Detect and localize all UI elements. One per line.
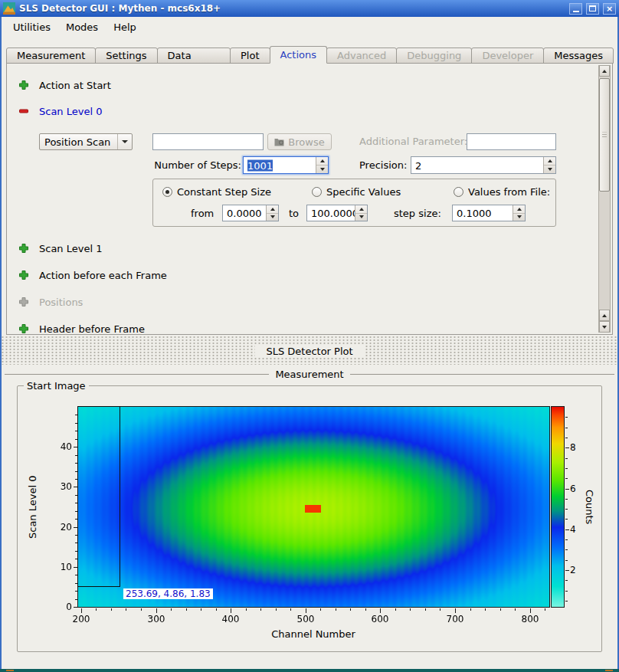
scan-level-0-label: Scan Level 0 — [39, 106, 102, 117]
plot-dock-title[interactable]: SLS Detector Plot — [0, 343, 619, 359]
scan-level-0-row[interactable]: Scan Level 0 — [18, 105, 102, 117]
scrollbar-up-button[interactable] — [599, 65, 610, 77]
spin-up-button[interactable] — [513, 205, 525, 213]
positions-label: Positions — [39, 297, 83, 308]
expand-plus-icon[interactable] — [18, 323, 30, 335]
spin-down-button[interactable] — [513, 213, 525, 221]
spin-up-button[interactable] — [267, 205, 278, 213]
maximize-icon — [589, 5, 596, 11]
x-minor-tick — [111, 608, 112, 611]
maximize-button[interactable] — [586, 3, 599, 15]
tab-messages[interactable]: Messages — [543, 48, 614, 64]
number-of-steps-spinbox[interactable]: 1001 — [243, 156, 329, 174]
radio-dot[interactable] — [312, 187, 322, 197]
colorbar-minor-tick — [565, 601, 568, 602]
step-size-spinbox[interactable]: 0.1000 — [452, 205, 526, 221]
spin-up-button[interactable] — [316, 157, 328, 165]
title-bar[interactable]: SLS Detector GUI : Mythen - mcs6x18+ × — [0, 0, 619, 17]
precision-spinbox[interactable]: 2 — [411, 156, 556, 174]
scrollbar-down-button[interactable] — [599, 321, 610, 333]
scan-mode-combobox[interactable]: Position Scan — [39, 133, 133, 150]
scrollbar-thumb[interactable] — [599, 78, 610, 192]
collapse-minus-icon[interactable] — [18, 105, 30, 117]
action-at-start-row[interactable]: Action at Start — [18, 79, 111, 91]
scan-level-1-row[interactable]: Scan Level 1 — [18, 242, 102, 254]
tab-measurement[interactable]: Measurement — [6, 48, 96, 64]
radio-dot-selected[interactable] — [162, 187, 172, 197]
menu-item-utilities[interactable]: Utilities — [6, 19, 57, 35]
x-minor-tick — [365, 608, 366, 611]
spin-up-button[interactable] — [355, 205, 367, 213]
expand-plus-icon[interactable] — [18, 79, 30, 91]
arrow-up-icon — [602, 314, 607, 317]
x-minor-tick — [485, 608, 486, 611]
x-minor-tick — [545, 608, 545, 611]
resize-grip[interactable] — [605, 670, 613, 671]
radio-constant-step-size[interactable]: Constant Step Size — [162, 186, 271, 198]
expand-plus-icon[interactable] — [18, 269, 30, 281]
x-tick-label: 600 — [361, 614, 399, 624]
x-major-tick — [380, 608, 381, 613]
spin-down-button[interactable] — [544, 165, 555, 173]
radio-specific-values[interactable]: Specific Values — [312, 186, 401, 198]
splitter-handle[interactable] — [0, 335, 619, 343]
spin-buttons — [355, 205, 367, 221]
colorbar-minor-tick — [565, 560, 568, 561]
scrollbar-up-button-bottom[interactable] — [599, 310, 610, 321]
action-before-each-frame-label: Action before each Frame — [39, 270, 167, 281]
window-frame-bottom[interactable] — [0, 669, 619, 672]
expand-plus-icon[interactable] — [18, 242, 30, 254]
from-label: from — [191, 208, 214, 219]
heatmap-plot-canvas[interactable] — [77, 406, 550, 608]
spin-buttons — [543, 157, 555, 173]
x-major-tick — [156, 608, 157, 613]
tab-actions[interactable]: Actions — [270, 46, 328, 64]
constant-step-size-label: Constant Step Size — [177, 186, 271, 198]
x-minor-tick — [260, 608, 261, 611]
additional-parameter-input[interactable] — [467, 133, 556, 150]
from-spinbox[interactable]: 0.0000 — [222, 205, 279, 221]
x-minor-tick — [171, 608, 172, 611]
radio-values-from-file[interactable]: Values from File: — [454, 186, 550, 198]
chevron-down-icon[interactable] — [117, 134, 132, 149]
colorbar-minor-tick — [565, 438, 568, 438]
vertical-scrollbar[interactable] — [598, 65, 611, 333]
x-minor-tick — [470, 608, 471, 611]
heatmap-image[interactable] — [78, 407, 549, 607]
spin-down-button[interactable] — [355, 213, 367, 221]
colorbar-minor-tick — [565, 591, 568, 592]
menu-item-modes[interactable]: Modes — [59, 19, 105, 35]
y-minor-tick — [75, 591, 77, 592]
x-minor-tick — [186, 608, 187, 611]
spin-down-button[interactable] — [316, 165, 328, 173]
x-tick-label: 500 — [287, 614, 325, 624]
number-of-steps-label: Number of Steps: — [122, 159, 241, 171]
colorbar-tick-label: 8 — [570, 442, 576, 453]
tab-plot[interactable]: Plot — [230, 48, 270, 64]
actions-tab-panel: Action at Start Scan Level 0 Position Sc… — [6, 63, 613, 335]
tab-developer: Developer — [471, 48, 544, 64]
spin-down-button[interactable] — [267, 213, 278, 221]
to-value: 100.0000 — [311, 208, 359, 219]
window-frame-left — [0, 17, 2, 672]
colorbar-minor-tick — [565, 539, 568, 540]
tab-data-output[interactable]: Data Output — [157, 48, 231, 64]
spin-up-button[interactable] — [544, 157, 555, 165]
y-tick-label: 0 — [41, 602, 72, 612]
menu-item-help[interactable]: Help — [106, 19, 143, 35]
radio-dot[interactable] — [454, 187, 463, 197]
minimize-button[interactable] — [569, 3, 582, 15]
close-button[interactable]: × — [603, 3, 616, 15]
tab-bar: MeasurementSettingsData OutputPlotAction… — [6, 46, 613, 64]
scan-script-input[interactable] — [152, 133, 264, 150]
splitter-handle[interactable] — [0, 359, 619, 365]
measurement-section-title: Measurement — [5, 367, 614, 381]
action-before-each-frame-row[interactable]: Action before each Frame — [18, 269, 167, 281]
header-before-frame-label: Header before Frame — [39, 323, 145, 335]
tab-settings[interactable]: Settings — [95, 48, 157, 64]
expand-plus-icon-disabled — [18, 296, 30, 308]
to-spinbox[interactable]: 100.0000 — [306, 205, 368, 221]
resize-grip[interactable] — [6, 670, 14, 671]
start-image-groupbox: Start Image Scan Level 0 Counts Channel … — [17, 385, 602, 652]
header-before-frame-row[interactable]: Header before Frame — [18, 323, 145, 335]
